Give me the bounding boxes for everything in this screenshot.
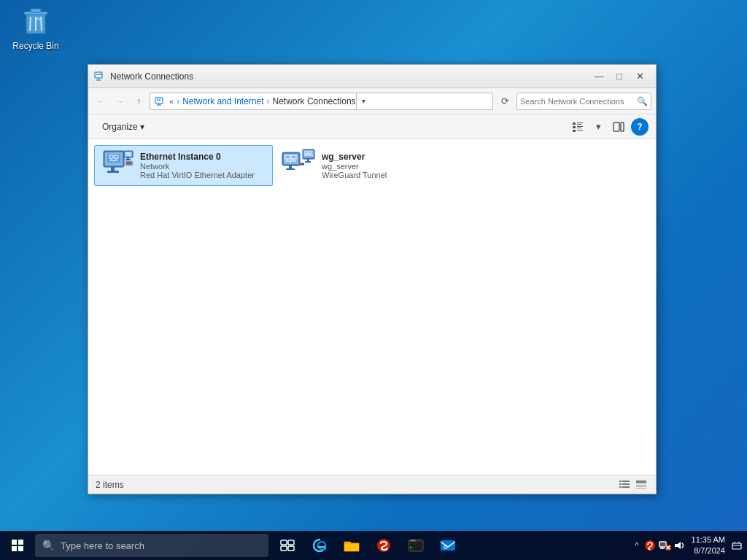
preview-icon (613, 122, 624, 132)
file-explorer-button[interactable] (337, 531, 366, 560)
svg-rect-16 (573, 122, 576, 125)
help-button[interactable]: ? (631, 118, 649, 136)
taskbar-apps: ▶_ O (273, 531, 462, 560)
window-controls: — □ ✕ (589, 68, 650, 85)
svg-rect-7 (96, 74, 98, 75)
svg-rect-35 (111, 167, 115, 171)
recycle-bin-icon (20, 7, 51, 38)
organize-arrow: ▾ (140, 122, 144, 132)
wireguard-icon (281, 148, 316, 183)
svg-rect-109 (732, 543, 741, 549)
task-view-icon (280, 540, 295, 551)
view-dropdown-button[interactable]: ▾ (589, 118, 608, 136)
ethernet-icon (99, 148, 134, 183)
view-preview-button[interactable] (609, 118, 628, 136)
network-item-icon-0 (99, 148, 134, 183)
svg-rect-22 (573, 130, 576, 132)
edge-button[interactable] (305, 531, 334, 560)
clock-date: 8/7/2024 (692, 545, 725, 556)
address-separator-1: › (177, 96, 179, 106)
close-button[interactable]: ✕ (630, 68, 650, 85)
svg-rect-78 (636, 483, 646, 484)
svg-rect-77 (636, 481, 646, 483)
svg-rect-18 (577, 124, 581, 125)
svg-rect-90 (344, 543, 359, 551)
address-part-2[interactable]: Network Connections (273, 96, 356, 106)
app3-button[interactable] (369, 531, 398, 560)
status-view-detail-button[interactable] (634, 478, 649, 491)
network-item-icon-1 (281, 148, 316, 183)
network-item-type-1: wg_server (322, 162, 387, 171)
svg-rect-25 (621, 122, 624, 131)
forward-button[interactable]: → (112, 93, 128, 109)
tray-chevron[interactable]: ^ (632, 538, 641, 553)
network-item-name-1: wg_server (322, 152, 387, 162)
terminal-button[interactable]: ▶_ (401, 531, 430, 560)
edge-icon (311, 537, 328, 553)
recycle-bin[interactable]: Recycle Bin (10, 7, 61, 51)
network-connections-window: Network Connections — □ ✕ ← → ↑ « (88, 64, 657, 494)
toolbar: Organize ▾ ▾ (88, 114, 656, 139)
network-item-name-0: Ethernet Instance 0 (140, 152, 255, 162)
svg-rect-98 (441, 540, 455, 551)
view-details-button[interactable] (568, 118, 587, 136)
address-part-1[interactable]: Network and Internet (182, 96, 263, 106)
address-home-icon (155, 96, 166, 107)
start-button[interactable] (0, 531, 35, 560)
svg-rect-36 (107, 171, 119, 173)
network-item-1[interactable]: wg_server wg_server WireGuard Tunnel (276, 145, 454, 186)
network-item-0[interactable]: Ethernet Instance 0 Network Red Hat Virt… (94, 145, 273, 186)
task-view-button[interactable] (273, 531, 302, 560)
title-bar: Network Connections — □ ✕ (88, 65, 656, 88)
search-box[interactable]: 🔍 (516, 93, 651, 110)
svg-rect-13 (159, 99, 160, 101)
network-item-adapter-1: WireGuard Tunnel (322, 171, 387, 179)
notification-button[interactable] (731, 531, 743, 560)
back-button[interactable]: ← (93, 93, 109, 109)
recycle-bin-label: Recycle Bin (12, 41, 58, 51)
svg-rect-66 (307, 159, 309, 161)
mail-icon: O (440, 538, 456, 553)
svg-marker-108 (675, 542, 681, 549)
svg-rect-102 (660, 542, 665, 546)
details-view-icon (572, 122, 584, 132)
svg-rect-19 (573, 126, 576, 128)
refresh-button[interactable]: ⟳ (496, 93, 514, 110)
svg-rect-12 (157, 99, 158, 101)
address-dropdown-button[interactable]: ▾ (356, 93, 371, 110)
svg-text:O: O (444, 545, 448, 550)
clock-time: 11:35 AM (692, 534, 725, 545)
address-home-label: « (169, 97, 174, 106)
svg-rect-17 (577, 122, 583, 123)
network-item-adapter-0: Red Hat VirtIO Ethernet Adapter (140, 171, 255, 179)
tray-icon-1[interactable] (643, 539, 657, 552)
svg-line-5 (41, 17, 42, 31)
search-input[interactable] (520, 97, 637, 106)
svg-rect-58 (286, 168, 295, 170)
up-button[interactable]: ↑ (131, 93, 147, 109)
svg-rect-23 (577, 130, 583, 131)
taskbar-search[interactable]: 🔍 Type here to search (35, 534, 268, 557)
volume-icon[interactable] (673, 539, 686, 552)
svg-point-95 (412, 540, 414, 542)
status-view-list-button[interactable] (617, 478, 632, 491)
system-clock[interactable]: 11:35 AM 8/7/2024 (687, 534, 729, 557)
svg-line-3 (30, 17, 31, 31)
windows-logo-icon (11, 539, 24, 552)
address-path[interactable]: « › Network and Internet › Network Conne… (150, 93, 493, 110)
network-status-icon[interactable] (658, 539, 671, 552)
network-item-info-0: Ethernet Instance 0 Network Red Hat Virt… (140, 152, 255, 179)
taskbar-search-placeholder: Type here to search (61, 540, 144, 551)
svg-rect-8 (99, 74, 101, 75)
status-view-icons (617, 478, 649, 491)
mail-button[interactable]: O (433, 531, 462, 560)
maximize-button[interactable]: □ (609, 68, 630, 85)
svg-rect-74 (622, 483, 630, 485)
organize-button[interactable]: Organize ▾ (96, 118, 151, 136)
svg-rect-89 (288, 546, 294, 551)
network-item-type-0: Network (140, 162, 255, 171)
svg-rect-88 (281, 546, 287, 551)
window-title: Network Connections (110, 71, 589, 82)
minimize-button[interactable]: — (589, 68, 609, 85)
svg-rect-57 (289, 166, 292, 168)
